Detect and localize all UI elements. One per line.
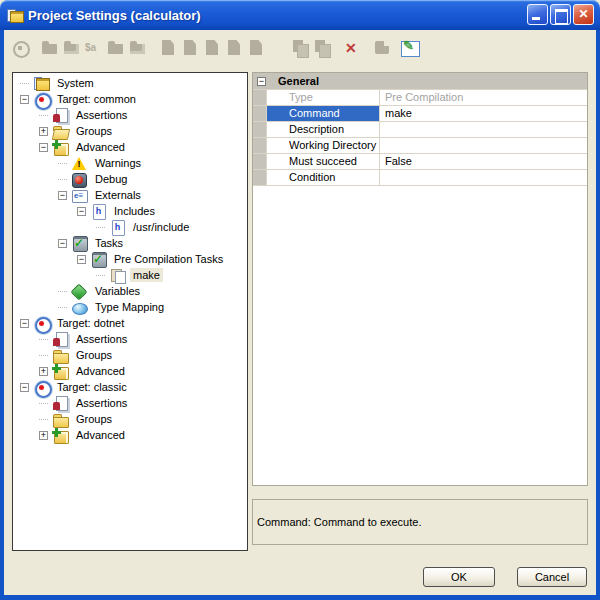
property-row[interactable]: Working Directory	[253, 138, 587, 154]
property-name[interactable]: Type	[267, 90, 379, 105]
ok-button[interactable]: OK	[423, 567, 495, 587]
help-panel: Command: Command to execute.	[252, 499, 588, 545]
tree-item-label: Advanced	[73, 364, 128, 378]
tree-item[interactable]: − Target: common	[13, 91, 247, 107]
settings-tree: System − Target: common Assertions + Gro…	[12, 72, 248, 551]
expander-icon[interactable]: +	[39, 431, 48, 440]
edit-button[interactable]	[400, 38, 420, 58]
add-advanced-button	[128, 38, 148, 58]
property-value[interactable]: False	[379, 154, 587, 169]
tree-item[interactable]: − Externals	[13, 187, 247, 203]
expander-icon[interactable]: +	[39, 367, 48, 376]
tree-item[interactable]: + Advanced	[13, 363, 247, 379]
target-icon	[33, 92, 50, 107]
toolbar	[10, 36, 420, 60]
expander-icon[interactable]: −	[58, 239, 67, 248]
tree-item-label: Target: dotnet	[54, 316, 127, 330]
expander-icon	[96, 275, 105, 276]
externals-icon	[71, 188, 88, 203]
expander-icon[interactable]: −	[58, 191, 67, 200]
add-variable-button	[246, 38, 266, 58]
property-value[interactable]	[379, 122, 587, 137]
tree-item[interactable]: − Pre Compilation Tasks	[13, 251, 247, 267]
expander-icon	[39, 115, 48, 116]
property-row[interactable]: Type Pre Compilation	[253, 90, 587, 106]
rename-button	[84, 38, 104, 58]
assertions-icon	[52, 108, 69, 123]
add-external-button	[202, 38, 222, 58]
add-assertions-button	[62, 38, 82, 58]
tree-item[interactable]: Assertions	[13, 331, 247, 347]
property-value[interactable]: make	[379, 106, 587, 121]
expander-icon[interactable]: −	[39, 143, 48, 152]
property-grid-empty-area	[253, 186, 587, 485]
property-grid-category-row[interactable]: General	[253, 73, 587, 90]
tree-item[interactable]: Variables	[13, 283, 247, 299]
tree-item[interactable]: Warnings	[13, 155, 247, 171]
cancel-button[interactable]: Cancel	[517, 567, 587, 587]
close-button[interactable]	[573, 4, 594, 25]
property-row[interactable]: Condition	[253, 170, 587, 186]
property-name[interactable]: Working Directory	[267, 138, 379, 153]
tree-item[interactable]: Groups	[13, 347, 247, 363]
property-row[interactable]: Description	[253, 122, 587, 138]
h-file-icon	[109, 220, 126, 235]
tree-item-label: Pre Compilation Tasks	[111, 252, 226, 266]
property-value[interactable]	[379, 170, 587, 185]
tree-item[interactable]: Assertions	[13, 395, 247, 411]
tree-item-label: /usr/include	[130, 220, 192, 234]
property-value[interactable]	[379, 138, 587, 153]
tree-item[interactable]: − Target: dotnet	[13, 315, 247, 331]
tree-item[interactable]: Assertions	[13, 107, 247, 123]
property-value[interactable]: Pre Compilation	[379, 90, 587, 105]
tree-item[interactable]: − Tasks	[13, 235, 247, 251]
tree-item[interactable]: make	[13, 267, 247, 283]
expander-icon	[39, 339, 48, 340]
tree-item[interactable]: Debug	[13, 171, 247, 187]
property-name[interactable]: Condition	[267, 170, 379, 185]
tree-item-label: Advanced	[73, 140, 128, 154]
property-row[interactable]: Must succeed False	[253, 154, 587, 170]
property-row-gutter	[253, 170, 267, 185]
tree-item-label: Target: classic	[54, 380, 130, 394]
tree-item[interactable]: − Includes	[13, 203, 247, 219]
duplicate-button	[312, 38, 332, 58]
tree-item[interactable]: − Advanced	[13, 139, 247, 155]
expander-icon[interactable]: −	[77, 255, 86, 264]
property-name[interactable]: Description	[267, 122, 379, 137]
add-task-button	[224, 38, 244, 58]
expander-icon	[39, 403, 48, 404]
property-name[interactable]: Must succeed	[267, 154, 379, 169]
delete-button[interactable]	[342, 38, 362, 58]
property-row[interactable]: Command make	[253, 106, 587, 122]
dialog-body: System − Target: common Assertions + Gro…	[4, 30, 596, 595]
folder-open-icon	[52, 124, 69, 139]
tree-item[interactable]: − Target: classic	[13, 379, 247, 395]
expander-icon[interactable]: −	[20, 95, 29, 104]
tree-item[interactable]: System	[13, 75, 247, 91]
copy-button	[290, 38, 310, 58]
expander-icon	[58, 291, 67, 292]
property-rows: Type Pre Compilation Command make Descri…	[253, 90, 587, 186]
property-row-gutter	[253, 122, 267, 137]
window-title: Project Settings (calculator)	[28, 8, 201, 23]
tree-item[interactable]: Groups	[13, 411, 247, 427]
tree-item[interactable]: Type Mapping	[13, 299, 247, 315]
expander-icon[interactable]: −	[20, 383, 29, 392]
assertions-icon	[52, 332, 69, 347]
maximize-button[interactable]	[550, 4, 571, 25]
expander-icon[interactable]: +	[39, 127, 48, 136]
page-icon	[109, 268, 126, 283]
minimize-button[interactable]	[527, 4, 548, 25]
expander-icon	[39, 419, 48, 420]
property-row-gutter	[253, 90, 267, 105]
expander-icon[interactable]: −	[20, 319, 29, 328]
tree-item[interactable]: + Groups	[13, 123, 247, 139]
expander-icon	[20, 83, 29, 84]
property-name[interactable]: Command	[267, 106, 379, 121]
category-collapse-icon[interactable]	[257, 77, 266, 86]
titlebar[interactable]: Project Settings (calculator)	[0, 0, 600, 30]
expander-icon[interactable]: −	[77, 207, 86, 216]
tree-item[interactable]: + Advanced	[13, 427, 247, 443]
tree-item[interactable]: /usr/include	[13, 219, 247, 235]
